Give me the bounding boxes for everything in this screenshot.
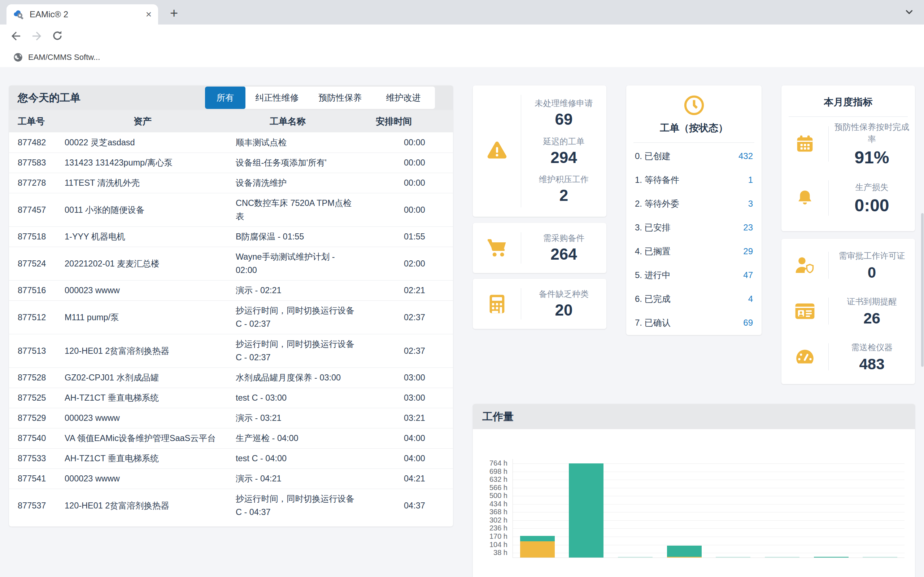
table-row[interactable]: 87748200022 灵芝asdasd顺丰测试点检00:00 [9,132,453,153]
stat-label: 备件缺乏种类 [539,288,589,300]
monthly-card-title: 本月度指标 [782,85,915,108]
stat-label: 维护积压工作 [539,174,589,185]
tab-improvement[interactable]: 维护改进 [372,87,435,109]
status-count-link[interactable]: 4 [748,294,753,304]
status-count-link[interactable]: 29 [743,246,753,256]
cell-time: 02:37 [377,344,453,358]
work-orders-by-status-card: 工单（按状态） 0. 已创建4321. 等待备件12. 等待外委33. 已安排2… [626,85,762,335]
cell-no: 877457 [18,203,65,217]
status-list-item[interactable]: 2. 等待外委3 [635,192,753,216]
tab-close-icon[interactable]: × [146,10,152,19]
new-tab-button[interactable]: + [167,6,181,20]
stat-label: 延迟的工单 [543,136,585,147]
table-row[interactable]: 877533AH-TZ1CT 垂直电梯系统test C - 04:0004:00 [9,448,453,469]
bookmark-item[interactable]: EAM/CMMS Softw... [13,48,100,67]
status-list-item[interactable]: 7. 已确认69 [635,311,753,335]
work-permit-row[interactable]: 需审批工作许可证 0 [782,242,915,288]
work-orders-title: 您今天的工单 [18,85,81,110]
table-row[interactable]: 877529000023 wwww演示 - 03:2103:21 [9,408,453,428]
instrument-calibration-row[interactable]: 需送检仪器 483 [782,334,915,380]
status-list-item[interactable]: 6. 已完成4 [635,287,753,311]
cell-time: 02:21 [377,284,453,297]
status-count-link[interactable]: 23 [743,222,753,233]
bookmarks-bar: EAM/CMMS Softw... [0,48,924,67]
cell-name: 抄运行时间，同时切换运行设备 C - 02:37 [236,338,377,364]
chart-bar-series_yellow [667,557,702,558]
cell-time: 04:37 [377,499,453,513]
stat-value: 26 [863,310,880,327]
status-label: 0. 已创建 [635,150,670,162]
production-loss-row[interactable]: 生产损失 0:00 [782,171,915,225]
status-list-item[interactable]: 5. 进行中47 [635,263,753,287]
back-button[interactable] [10,29,23,43]
y-tick-label: 632 h [473,475,507,484]
chart-bar-series_teal [765,557,800,558]
alert-stats-card[interactable]: 未处理维修申请69 延迟的工单294 维护积压工作2 [473,85,606,217]
table-row[interactable]: 8774570011 小张的随便设备CNC数控车床 7520A TPM点检 表0… [9,193,453,226]
table-row[interactable]: 877525AH-TZ1CT 垂直电梯系统test C - 03:0003:00 [9,388,453,408]
table-row[interactable]: 877516000023 wwww演示 - 02:2102:21 [9,280,453,300]
status-list-item[interactable]: 3. 已安排23 [635,216,753,239]
cell-asset: GZ02-CPJ01 水剂成品罐 [65,371,236,384]
divider [633,142,754,143]
tab-corrective[interactable]: 纠正性维修 [246,87,309,109]
cell-name: 演示 - 03:21 [236,411,377,425]
table-row[interactable]: 87727811TEST 清洗机外壳设备清洗维护00:00 [9,173,453,193]
status-count-link[interactable]: 47 [743,270,753,280]
status-count-link[interactable]: 3 [748,199,753,209]
tab-preventive[interactable]: 预防性保养 [309,87,372,109]
page-scrollbar-thumb[interactable] [921,213,924,367]
spare-parts-purchase-card[interactable]: 需采购备件264 [473,223,606,273]
work-order-filter-tabs: 所有 纠正性维修 预防性保养 维护改进 [205,87,435,109]
y-tick-label: 434 h [473,500,507,508]
table-row[interactable]: 877513120-HE01 2贫富溶剂换热器抄运行时间，同时切换运行设备 C … [9,334,453,367]
forward-button[interactable] [30,29,43,43]
chart-title: 工作量 [482,404,514,429]
favicon-eamic-icon [13,9,24,20]
status-count-link[interactable]: 1 [748,175,753,185]
calculator-icon [473,279,521,329]
table-row[interactable]: 877583131423 131423pump/离心泵设备组-任务项添加'所有'… [9,153,453,173]
cell-time: 00:00 [377,156,453,169]
cell-no: 877528 [18,371,65,384]
tab-all[interactable]: 所有 [205,87,246,109]
cell-no: 877513 [18,344,65,358]
table-row[interactable]: 8775181-YYY 机器电机B防腐保温 - 01:5501:55 [9,226,453,247]
cell-asset: AH-TZ1CT 垂直电梯系统 [65,391,236,405]
cell-name: 抄运行时间，同时切换运行设备 C - 02:37 [236,304,377,331]
cell-name: test C - 03:00 [236,391,377,405]
table-row[interactable]: 877540VA 领值EAMic设备维护管理SaaS云平台生产巡检 - 04:0… [9,428,453,448]
bell-icon [782,171,828,225]
status-list-item[interactable]: 4. 已搁置29 [635,239,753,263]
pm-completion-row[interactable]: 预防性保养按时完成率 91% [782,117,915,171]
cell-no: 877524 [18,257,65,271]
cell-no: 877512 [18,311,65,324]
status-count-link[interactable]: 432 [738,151,753,161]
cell-asset: AH-TZ1CT 垂直电梯系统 [65,452,236,465]
table-row[interactable]: 877528GZ02-CPJ01 水剂成品罐水剂成品罐月度保养 - 03:000… [9,367,453,388]
cell-time: 00:00 [377,203,453,217]
browser-tab[interactable]: EAMic® 2 × [6,4,158,24]
cell-asset: 131423 131423pump/离心泵 [65,156,236,169]
chart-header: 工作量 [473,404,915,429]
table-row[interactable]: 877537120-HE01 2贫富溶剂换热器抄运行时间，同时切换运行设备 C … [9,488,453,522]
status-count-link[interactable]: 69 [743,318,753,328]
table-row[interactable]: 877512M111 pump/泵抄运行时间，同时切换运行设备 C - 02:3… [9,300,453,334]
reload-button[interactable] [51,29,64,43]
status-list: 0. 已创建4321. 等待备件12. 等待外委33. 已安排234. 已搁置2… [626,144,762,335]
status-list-item[interactable]: 1. 等待备件1 [635,168,753,192]
cell-no: 877533 [18,452,65,465]
col-name: 工单名称 [270,110,306,132]
tab-title: EAMic® 2 [30,10,146,19]
status-list-item[interactable]: 0. 已创建432 [635,144,753,168]
spare-parts-shortage-card[interactable]: 备件缺乏种类20 [473,279,606,329]
cell-time: 00:00 [377,136,453,149]
tab-search-chevron-icon[interactable] [905,9,914,16]
certificate-expiry-row[interactable]: 证书到期提醒 26 [782,288,915,334]
dashboard-page: 您今天的工单 所有 纠正性维修 预防性保养 维护改进 工单号 资产 工单名称 安… [0,67,924,577]
table-row[interactable]: 87752420221202-01 麦麦汇总楼Wayne手动测试维护计划 - 0… [9,247,453,280]
status-label: 4. 已搁置 [635,246,670,257]
cell-name: 设备清洗维护 [236,176,377,190]
table-row[interactable]: 877541000023 wwww演示 - 04:2104:21 [9,469,453,488]
status-label: 6. 已完成 [635,293,670,305]
